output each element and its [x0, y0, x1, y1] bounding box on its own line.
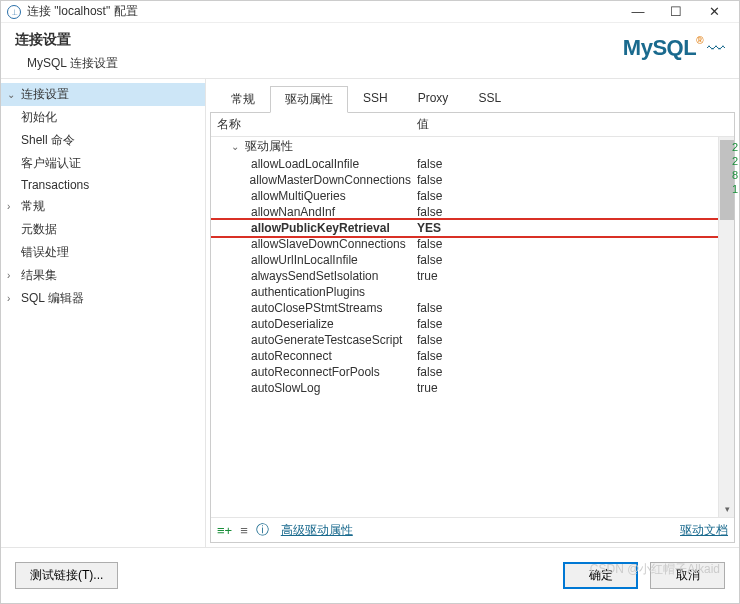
- property-value[interactable]: false: [411, 157, 734, 171]
- property-row[interactable]: allowPublicKeyRetrievalYES: [211, 220, 734, 236]
- sidebar-item[interactable]: ›SQL 编辑器: [1, 287, 205, 310]
- property-name: allowPublicKeyRetrieval: [251, 221, 390, 235]
- tab[interactable]: 驱动属性: [270, 86, 348, 113]
- sidebar-item[interactable]: 元数据: [1, 218, 205, 241]
- sidebar-item-label: Transactions: [19, 177, 91, 193]
- column-value: 值: [411, 116, 734, 133]
- property-value[interactable]: false: [411, 365, 734, 379]
- column-name: 名称: [211, 116, 411, 133]
- sidebar-item-label: 结果集: [19, 266, 59, 285]
- list-icon[interactable]: ≡: [240, 523, 248, 538]
- footer: 测试链接(T)... 确定 取消: [1, 548, 739, 603]
- sidebar-item-label: 常规: [19, 197, 47, 216]
- tab[interactable]: 常规: [216, 86, 270, 113]
- group-label: 驱动属性: [245, 138, 293, 155]
- sidebar-item-label: 初始化: [19, 108, 59, 127]
- scroll-down-icon[interactable]: ▾: [719, 501, 734, 517]
- chevron-down-icon: ⌄: [231, 141, 245, 152]
- tab[interactable]: SSL: [463, 86, 516, 113]
- property-row[interactable]: autoClosePStmtStreamsfalse: [211, 300, 734, 316]
- tab[interactable]: Proxy: [403, 86, 464, 113]
- title-bar: ⟂ 连接 "localhost" 配置 — ☐ ✕: [1, 1, 739, 23]
- chevron-icon: ⌄: [7, 89, 19, 100]
- sidebar-item[interactable]: Transactions: [1, 175, 205, 195]
- property-value[interactable]: false: [411, 333, 734, 347]
- property-name: autoClosePStmtStreams: [251, 301, 382, 315]
- property-value[interactable]: false: [411, 253, 734, 267]
- property-row[interactable]: autoDeserializefalse: [211, 316, 734, 332]
- property-name: autoSlowLog: [251, 381, 320, 395]
- property-row[interactable]: allowLoadLocalInfilefalse: [211, 156, 734, 172]
- property-group[interactable]: ⌄驱动属性: [211, 137, 734, 156]
- property-row[interactable]: allowSlaveDownConnectionsfalse: [211, 236, 734, 252]
- property-name: authenticationPlugins: [251, 285, 365, 299]
- property-value[interactable]: false: [411, 317, 734, 331]
- property-value[interactable]: true: [411, 269, 734, 283]
- page-subtitle: MySQL 连接设置: [15, 55, 623, 72]
- side-markers: 2281: [732, 140, 738, 196]
- property-value[interactable]: false: [411, 173, 734, 187]
- close-button[interactable]: ✕: [695, 1, 733, 23]
- add-icon[interactable]: ≡+: [217, 523, 232, 538]
- property-value[interactable]: false: [411, 349, 734, 363]
- property-name: autoDeserialize: [251, 317, 334, 331]
- property-value[interactable]: false: [411, 189, 734, 203]
- mysql-logo: MySQL®〰: [623, 35, 725, 61]
- property-value[interactable]: false: [411, 205, 734, 219]
- window-title: 连接 "localhost" 配置: [27, 3, 619, 20]
- property-name: allowSlaveDownConnections: [251, 237, 406, 251]
- property-name: autoReconnect: [251, 349, 332, 363]
- advanced-properties-link[interactable]: 高级驱动属性: [281, 522, 353, 539]
- property-name: allowLoadLocalInfile: [251, 157, 359, 171]
- sidebar: ⌄连接设置初始化Shell 命令客户端认证Transactions›常规元数据错…: [1, 79, 206, 547]
- property-name: allowNanAndInf: [251, 205, 335, 219]
- property-value[interactable]: [411, 285, 734, 299]
- driver-docs-link[interactable]: 驱动文档: [680, 522, 728, 539]
- test-connection-button[interactable]: 测试链接(T)...: [15, 562, 118, 589]
- sidebar-item[interactable]: 客户端认证: [1, 152, 205, 175]
- sidebar-item-label: 连接设置: [19, 85, 71, 104]
- sidebar-item[interactable]: 错误处理: [1, 241, 205, 264]
- property-row[interactable]: autoReconnectfalse: [211, 348, 734, 364]
- property-row[interactable]: autoReconnectForPoolsfalse: [211, 364, 734, 380]
- sidebar-item-label: Shell 命令: [19, 131, 77, 150]
- tab-bar: 常规驱动属性SSHProxySSL: [210, 85, 735, 113]
- property-value[interactable]: false: [411, 301, 734, 315]
- property-row[interactable]: allowMultiQueriesfalse: [211, 188, 734, 204]
- property-name: autoGenerateTestcaseScript: [251, 333, 402, 347]
- property-value[interactable]: false: [411, 237, 734, 251]
- tab[interactable]: SSH: [348, 86, 403, 113]
- header: 连接设置 MySQL 连接设置 MySQL®〰: [1, 23, 739, 79]
- properties-table[interactable]: ⌄驱动属性 allowLoadLocalInfilefalseallowMast…: [211, 137, 734, 517]
- bottom-toolbar: ≡+ ≡ ⓘ 高级驱动属性 驱动文档: [211, 517, 734, 542]
- property-name: allowMasterDownConnections: [250, 173, 411, 187]
- sidebar-item[interactable]: ›结果集: [1, 264, 205, 287]
- property-name: allowMultiQueries: [251, 189, 346, 203]
- property-row[interactable]: allowUrlInLocalInfilefalse: [211, 252, 734, 268]
- property-row[interactable]: alwaysSendSetIsolationtrue: [211, 268, 734, 284]
- app-icon: ⟂: [7, 5, 21, 19]
- sidebar-item[interactable]: ⌄连接设置: [1, 83, 205, 106]
- property-row[interactable]: authenticationPlugins: [211, 284, 734, 300]
- property-name: alwaysSendSetIsolation: [251, 269, 378, 283]
- ok-button[interactable]: 确定: [563, 562, 638, 589]
- property-row[interactable]: allowMasterDownConnectionsfalse: [211, 172, 734, 188]
- property-value[interactable]: true: [411, 381, 734, 395]
- sidebar-item[interactable]: ›常规: [1, 195, 205, 218]
- sidebar-item[interactable]: 初始化: [1, 106, 205, 129]
- sidebar-item[interactable]: Shell 命令: [1, 129, 205, 152]
- property-row[interactable]: allowNanAndInffalse: [211, 204, 734, 220]
- table-header: 名称 值: [211, 113, 734, 137]
- property-row[interactable]: autoGenerateTestcaseScriptfalse: [211, 332, 734, 348]
- minimize-button[interactable]: —: [619, 1, 657, 23]
- property-value[interactable]: YES: [411, 221, 734, 235]
- chevron-icon: ›: [7, 293, 19, 304]
- chevron-icon: ›: [7, 201, 19, 212]
- maximize-button[interactable]: ☐: [657, 1, 695, 23]
- property-name: autoReconnectForPools: [251, 365, 380, 379]
- sidebar-item-label: SQL 编辑器: [19, 289, 86, 308]
- property-row[interactable]: autoSlowLogtrue: [211, 380, 734, 396]
- cancel-button[interactable]: 取消: [650, 562, 725, 589]
- sidebar-item-label: 错误处理: [19, 243, 71, 262]
- property-name: allowUrlInLocalInfile: [251, 253, 358, 267]
